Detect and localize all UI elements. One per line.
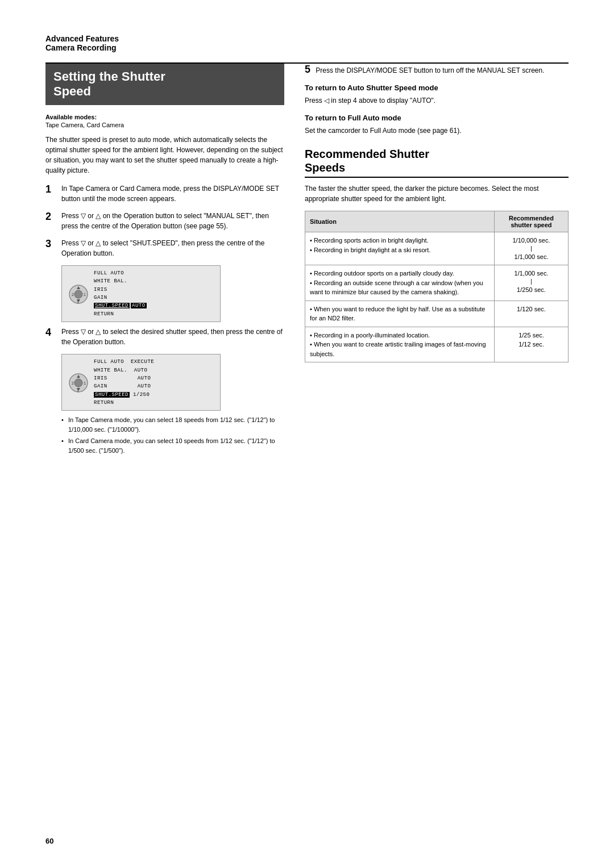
table-cell-situation-1: • Recording sports action in bright dayl… [305, 232, 495, 265]
table-cell-situation-4: • Recording in a poorly-illuminated loca… [305, 327, 495, 362]
step-3-number: 3 [45, 238, 57, 251]
return-auto-text: Press ◁ in step 4 above to display "AUTO… [305, 95, 569, 106]
svg-text:1: 1 [77, 300, 79, 304]
step-2-number: 2 [45, 211, 57, 223]
table-cell-speed-1: 1/10,000 sec. | 1/1,000 sec. [495, 232, 569, 265]
table-row-2: • Recording outdoor sports on a partiall… [305, 265, 569, 301]
step-1-text: In Tape Camera or Card Camera mode, pres… [61, 183, 284, 204]
category-label: Advanced Features [45, 34, 569, 43]
table-cell-situation-3: • When you want to reduce the light by h… [305, 301, 495, 327]
page-number: 60 [45, 837, 53, 845]
return-full-text: Set the camcorder to Full Auto mode (see… [305, 126, 569, 136]
dial-icon-1: 2 1 1 4 [68, 283, 88, 304]
table-row-3: • When you want to reduce the light by h… [305, 301, 569, 327]
svg-text:1: 1 [84, 381, 86, 385]
step-2: 2 Press ▽ or △ on the Operation button t… [45, 211, 284, 231]
step-5-number: 5 [305, 64, 310, 75]
svg-text:2: 2 [72, 293, 74, 297]
bullet-list: In Tape Camera mode, you can select 18 s… [61, 415, 284, 455]
table-cell-situation-2: • Recording outdoor sports on a partiall… [305, 265, 495, 301]
table-row-1: • Recording sports action in bright dayl… [305, 232, 569, 265]
step-4: 4 Press ▽ or △ to select the desired shu… [45, 327, 284, 347]
return-full-section: To return to Full Auto mode Set the camc… [305, 114, 569, 136]
step-4-number: 4 [45, 327, 57, 339]
step-5-text: Press the DISPLAY/MODE SET button to tur… [316, 66, 544, 74]
rec-intro: The faster the shutter speed, the darker… [305, 183, 569, 204]
menu-display-2: 2 1 1 FULL AUTO EXECUTE WHITE BAL. AUTO … [61, 354, 221, 411]
table-cell-speed-3: 1/120 sec. [495, 301, 569, 327]
two-column-layout: Setting the Shutter Speed Available mode… [45, 64, 569, 460]
step-4-text: Press ▽ or △ to select the desired shutt… [61, 327, 284, 347]
available-modes-value: Tape Camera, Card Camera [45, 122, 124, 128]
page-title: Setting the Shutter Speed [53, 69, 276, 99]
rec-title: Recommended Shutter Speeds [305, 147, 569, 178]
step-2-text: Press ▽ or △ on the Operation button to … [61, 211, 284, 231]
menu-lines-1: FULL AUTO WHITE BAL. IRIS GAIN SHUT.SPEE… [94, 269, 147, 318]
svg-text:1: 1 [77, 389, 79, 393]
section-header: Advanced Features Camera Recording [45, 34, 569, 52]
left-column: Setting the Shutter Speed Available mode… [45, 64, 284, 460]
return-full-title: To return to Full Auto mode [305, 114, 569, 122]
svg-point-9 [74, 379, 82, 387]
return-auto-section: To return to Auto Shutter Speed mode Pre… [305, 84, 569, 106]
table-cell-speed-4: 1/25 sec. 1/12 sec. [495, 327, 569, 362]
svg-text:2: 2 [72, 381, 74, 385]
dial-icon-2: 2 1 1 [68, 372, 88, 393]
return-auto-title: To return to Auto Shutter Speed mode [305, 84, 569, 92]
available-modes-label: Available modes: [45, 114, 97, 120]
table-row-4: • Recording in a poorly-illuminated loca… [305, 327, 569, 362]
right-column: 5 Press the DISPLAY/MODE SET button to t… [305, 64, 569, 460]
step-1-number: 1 [45, 183, 57, 196]
bullet-item-1: In Tape Camera mode, you can select 18 s… [61, 415, 284, 434]
title-box: Setting the Shutter Speed [45, 64, 284, 105]
table-cell-speed-2: 1/1,000 sec. | 1/250 sec. [495, 265, 569, 301]
table-header-situation: Situation [305, 211, 495, 232]
step-5: 5 Press the DISPLAY/MODE SET button to t… [305, 64, 569, 76]
bullet-item-2: In Card Camera mode, you can select 10 s… [61, 436, 284, 455]
svg-text:1: 1 [84, 293, 86, 297]
intro-text: The shutter speed is preset to auto mode… [45, 135, 284, 176]
rec-shutter-section: Recommended Shutter Speeds The faster th… [305, 147, 569, 362]
menu-lines-2: FULL AUTO EXECUTE WHITE BAL. AUTO IRIS A… [94, 358, 154, 407]
page: Advanced Features Camera Recording Setti… [0, 0, 614, 868]
step-1: 1 In Tape Camera or Card Camera mode, pr… [45, 183, 284, 204]
table-header-row: Situation Recommended shutter speed [305, 211, 569, 232]
step-3: 3 Press ▽ or △ to select "SHUT.SPEED", t… [45, 238, 284, 258]
subcategory-label: Camera Recording [45, 43, 569, 52]
table-header-speed: Recommended shutter speed [495, 211, 569, 232]
svg-point-1 [74, 290, 82, 298]
menu-display-1: 2 1 1 4 FULL AUTO WHITE BAL. IRIS GAIN S… [61, 265, 221, 322]
speed-table: Situation Recommended shutter speed • Re… [305, 211, 569, 362]
available-modes: Available modes: Tape Camera, Card Camer… [45, 113, 284, 129]
step-3-text: Press ▽ or △ to select "SHUT.SPEED", the… [61, 238, 284, 258]
